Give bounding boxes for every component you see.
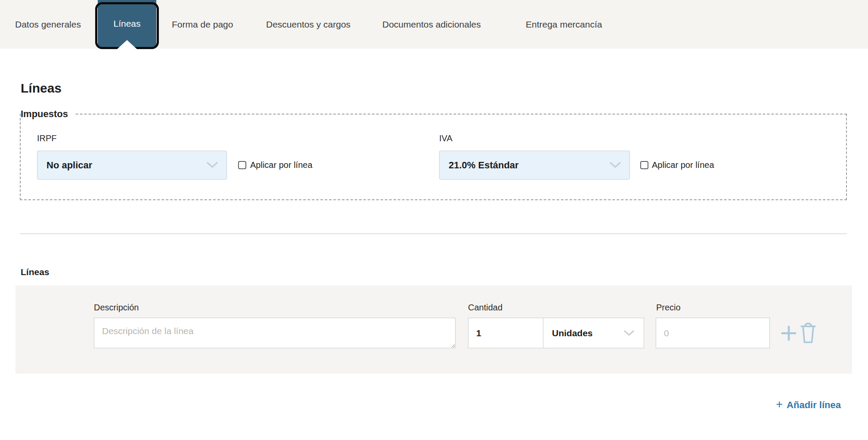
- irpf-select[interactable]: No aplicar: [37, 151, 227, 180]
- impuestos-legend: Impuestos: [21, 108, 74, 120]
- add-line-row-button[interactable]: [781, 325, 797, 341]
- unidades-select[interactable]: Unidades: [543, 318, 644, 348]
- tab-entrega-mercancia[interactable]: Entrega mercancía: [526, 0, 602, 49]
- section-divider: [20, 233, 847, 234]
- lineas-section-label: Líneas: [21, 267, 50, 277]
- invoice-form-screen: Datos generales Forma de pago Descuentos…: [0, 0, 868, 440]
- precio-input[interactable]: [656, 318, 770, 348]
- chevron-down-icon: [624, 330, 634, 336]
- iva-aplicar-por-linea-label[interactable]: Aplicar por línea: [652, 160, 714, 170]
- chevron-down-icon: [207, 162, 218, 168]
- tab-descuentos-y-cargos[interactable]: Descuentos y cargos: [266, 0, 350, 49]
- irpf-aplicar-por-linea-label[interactable]: Aplicar por línea: [250, 160, 313, 170]
- page-title: Líneas: [21, 81, 62, 96]
- chevron-down-icon: [610, 162, 621, 168]
- iva-label: IVA: [439, 133, 453, 143]
- unidades-selected-value: Unidades: [552, 328, 593, 338]
- active-tab-caret: [117, 40, 137, 49]
- cantidad-input[interactable]: [468, 318, 543, 348]
- iva-select[interactable]: 21.0% Estándar: [439, 151, 630, 180]
- delete-line-row-button[interactable]: [799, 321, 817, 344]
- tab-datos-generales[interactable]: Datos generales: [15, 0, 81, 49]
- irpf-selected-value: No aplicar: [46, 160, 92, 171]
- cantidad-label: Cantidad: [468, 303, 502, 313]
- add-line-label: Añadir línea: [787, 400, 841, 411]
- descripcion-label: Descripción: [94, 303, 139, 313]
- add-line-plus-icon: +: [776, 399, 783, 410]
- descripcion-textarea[interactable]: [94, 318, 456, 348]
- iva-selected-value: 21.0% Estándar: [449, 160, 519, 171]
- irpf-label: IRPF: [37, 133, 57, 143]
- tab-bar: Datos generales Forma de pago Descuentos…: [0, 0, 868, 49]
- iva-aplicar-por-linea-checkbox[interactable]: [640, 161, 648, 169]
- tab-forma-de-pago[interactable]: Forma de pago: [172, 0, 233, 49]
- irpf-aplicar-por-linea-checkbox[interactable]: [238, 161, 246, 169]
- tab-documentos-adicionales[interactable]: Documentos adicionales: [382, 0, 481, 49]
- plus-icon: [781, 325, 797, 341]
- trash-icon: [799, 321, 817, 344]
- add-line-link[interactable]: + Añadir línea: [776, 399, 841, 411]
- precio-label: Precio: [656, 303, 681, 313]
